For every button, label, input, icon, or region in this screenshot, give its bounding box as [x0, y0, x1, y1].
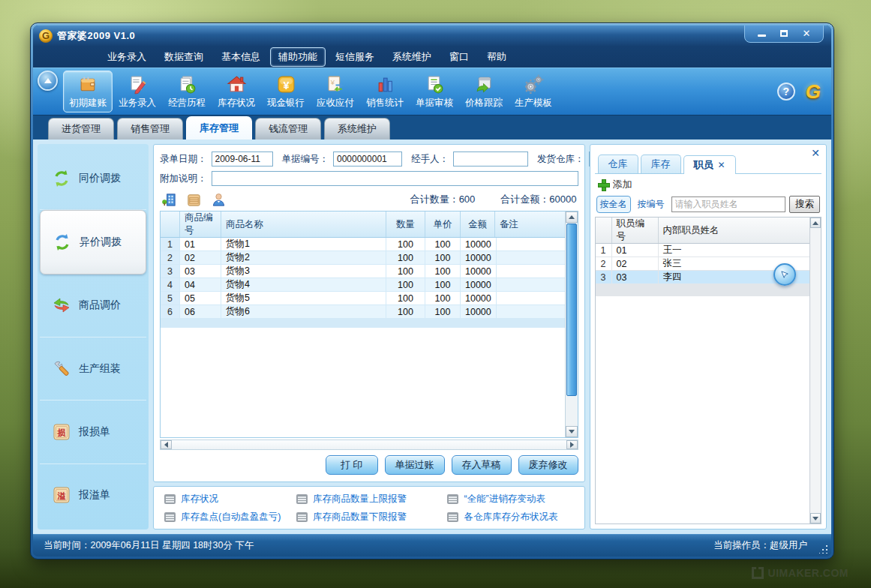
search-button[interactable]: 搜索 — [789, 196, 820, 213]
goods-row[interactable]: 505货物510010010000 — [161, 292, 565, 305]
sidebar-item-production-assembly[interactable]: 生产组装 — [40, 338, 146, 400]
filter-by-fullname[interactable]: 按全名 — [596, 196, 631, 213]
goods-row[interactable]: 202货物210010010000 — [161, 251, 565, 265]
link-warehouse-distribution[interactable]: 各仓库库存分布状况表 — [447, 511, 573, 524]
scroll-up-button[interactable] — [566, 212, 578, 223]
voucher-no-input[interactable] — [333, 152, 402, 166]
sidebar-item-price-adjustment[interactable]: 商品调价 — [40, 274, 146, 338]
scroll-up-button[interactable] — [810, 218, 821, 228]
sidebar-item-overflow-report[interactable]: 溢 报溢单 — [40, 464, 146, 526]
add-label[interactable]: 添加 — [613, 178, 632, 191]
menu-item-basic-info[interactable]: 基本信息 — [213, 47, 269, 67]
sidebar-item-same-price-transfer[interactable]: 同价调拨 — [40, 147, 146, 210]
picker-tab-staff[interactable]: 职员 ✕ — [683, 155, 736, 174]
goods-picker-icon[interactable] — [186, 192, 202, 208]
goods-row[interactable]: 404货物410010010000 — [161, 278, 565, 292]
warehouse-picker-icon[interactable] — [161, 192, 177, 208]
toolbar-voucher-audit[interactable]: 单据审核 — [410, 70, 459, 112]
toolbar-business-history[interactable]: 经营历程 — [162, 70, 212, 112]
ledger-icon — [78, 74, 98, 94]
resize-grip[interactable] — [819, 544, 828, 554]
menu-item-aux-functions[interactable]: 辅助功能 — [270, 47, 326, 67]
save-draft-button[interactable]: 存入草稿 — [452, 455, 512, 475]
staff-table-vscrollbar[interactable] — [809, 218, 821, 524]
svg-text:¥: ¥ — [329, 78, 335, 86]
goods-row[interactable]: 101货物110010010000 — [161, 238, 565, 251]
handler-input[interactable] — [453, 152, 528, 166]
toolbar-production-template[interactable]: 生产模板 — [509, 70, 558, 112]
empty-row[interactable] — [596, 296, 810, 296]
toolbar-inventory-status[interactable]: 库存状况 — [212, 70, 261, 112]
staff-table: 职员编号 内部职员姓名 101王一 202张三 303李四 — [595, 217, 822, 524]
menu-item-business-entry[interactable]: 业务录入 — [99, 47, 155, 67]
menu-item-system-maintenance[interactable]: 系统维护 — [384, 47, 440, 67]
col-qty[interactable]: 数量 — [386, 212, 425, 237]
toolbar-price-tracking[interactable]: 价格跟踪 — [459, 70, 509, 112]
col-price[interactable]: 单价 — [425, 212, 461, 237]
toolbar-initial-setup[interactable]: 初期建账 — [63, 70, 113, 112]
note-input[interactable] — [212, 171, 578, 186]
arrow-right-icon — [570, 442, 574, 448]
col-name[interactable]: 商品名称 — [221, 212, 386, 237]
link-stocktaking[interactable]: 库存盘点(自动盘盈盘亏) — [164, 511, 290, 524]
col-note[interactable]: 备注 — [495, 212, 565, 237]
picker-tab-inventory[interactable]: 库存 — [641, 154, 681, 173]
scroll-down-button[interactable] — [810, 513, 821, 524]
col-amount[interactable]: 金额 — [461, 212, 495, 237]
link-allround-change-report[interactable]: “全能”进销存变动表 — [447, 493, 573, 506]
scroll-right-button[interactable] — [566, 440, 578, 449]
toolbar-business-entry[interactable]: 业务录入 — [113, 70, 162, 112]
scrollbar-thumb[interactable] — [566, 224, 577, 396]
tab-system-maintenance[interactable]: 系统维护 — [324, 118, 390, 140]
sidebar-item-diff-price-transfer[interactable]: 异价调拨 — [40, 210, 146, 274]
sidebar-item-damage-report[interactable]: 损 报损单 — [40, 400, 146, 464]
col-staff-name[interactable]: 内部职员姓名 — [659, 218, 810, 243]
tab-sales-management[interactable]: 销售管理 — [117, 118, 183, 140]
col-code[interactable]: 商品编号 — [180, 212, 221, 237]
close-button[interactable]: ✕ — [796, 28, 817, 39]
print-button[interactable]: 打 印 — [326, 455, 378, 475]
panel-close-icon[interactable]: ✕ — [811, 147, 820, 159]
tab-cashflow-management[interactable]: 钱流管理 — [255, 118, 321, 140]
staff-picker-icon[interactable] — [211, 192, 227, 208]
scroll-left-button[interactable] — [161, 440, 172, 449]
tab-inventory-management[interactable]: 库存管理 — [186, 116, 252, 140]
toolbar-receivable-payable[interactable]: ¥ 应收应付 — [311, 70, 360, 112]
empty-row[interactable] — [161, 327, 565, 328]
goods-table-vscrollbar[interactable] — [565, 212, 578, 437]
link-lower-limit-alert[interactable]: 库存商品数量下限报警 — [296, 511, 441, 524]
link-upper-limit-alert[interactable]: 库存商品数量上限报警 — [296, 493, 441, 506]
goods-row[interactable]: 606货物610010010000 — [161, 305, 565, 319]
post-voucher-button[interactable]: 单据过账 — [385, 455, 445, 475]
menu-item-data-query[interactable]: 数据查询 — [156, 47, 212, 67]
svg-text:损: 损 — [57, 428, 66, 436]
add-plus-icon[interactable] — [598, 179, 608, 190]
discard-changes-button[interactable]: 废弃修改 — [518, 455, 578, 475]
collapse-toolbar-button[interactable] — [38, 70, 58, 91]
menu-item-window[interactable]: 窗口 — [441, 47, 477, 67]
filter-by-code[interactable]: 按编号 — [635, 196, 668, 212]
tab-purchase-management[interactable]: 进货管理 — [48, 118, 114, 140]
app-logo-icon: G — [39, 29, 53, 43]
goods-table-hscrollbar[interactable] — [160, 440, 578, 450]
maximize-button[interactable] — [773, 28, 794, 39]
toolbar-cash-bank[interactable]: ¥ 现金银行 — [261, 70, 311, 112]
staff-row[interactable]: 101王一 — [596, 244, 810, 257]
house-icon — [227, 74, 247, 94]
scroll-down-button[interactable] — [566, 426, 578, 437]
title-bar: G 管家婆2009 V1.0 ✕ — [33, 26, 831, 46]
minimize-button[interactable] — [751, 28, 772, 39]
menu-item-help[interactable]: 帮助 — [479, 47, 515, 67]
link-inventory-status[interactable]: 库存状况 — [164, 493, 290, 506]
tab-close-icon[interactable]: ✕ — [718, 160, 725, 170]
staff-search-input[interactable] — [671, 196, 786, 212]
date-input[interactable] — [212, 152, 273, 166]
main-toolbar: 初期建账 业务录入 经营历程 库存状况 ¥ 现金银行 ¥ 应收应付 — [33, 68, 831, 116]
scrollbar-track[interactable] — [172, 440, 566, 449]
col-staff-code[interactable]: 职员编号 — [612, 218, 659, 243]
goods-row[interactable]: 303货物310010010000 — [161, 265, 565, 278]
menu-item-sms-service[interactable]: 短信服务 — [327, 47, 383, 67]
toolbar-sales-statistics[interactable]: 销售统计 — [360, 70, 410, 112]
picker-tab-warehouse[interactable]: 仓库 — [598, 154, 638, 173]
help-button[interactable]: ? — [777, 82, 795, 100]
